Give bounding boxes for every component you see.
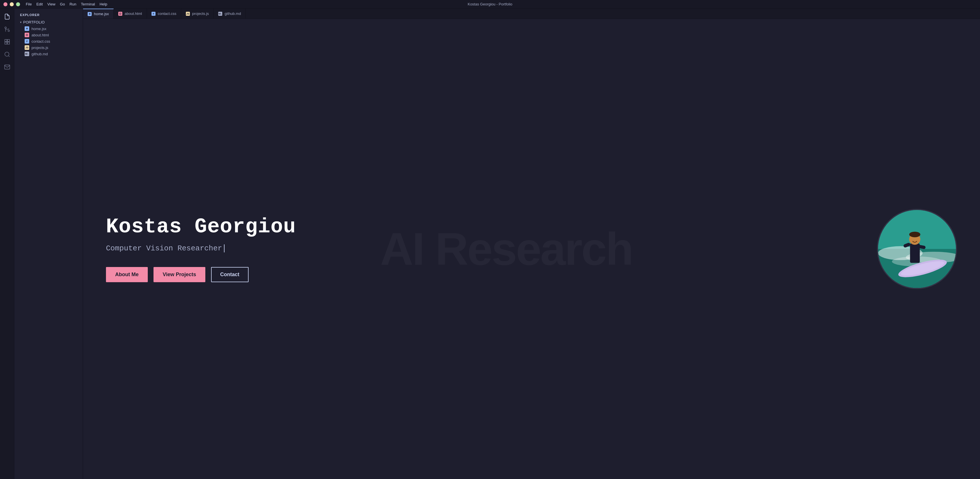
remote-activity-icon[interactable] — [2, 62, 12, 72]
maximize-button[interactable] — [16, 2, 20, 6]
menu-bar: File Edit View Go Run Terminal Help — [26, 2, 107, 6]
hero-title-text: Computer Vision Researcher — [106, 244, 222, 253]
svg-rect-4 — [7, 40, 9, 41]
sidebar-item-about-html[interactable]: ⊡ about.html — [14, 32, 83, 38]
css-file-icon: # — [25, 39, 29, 43]
menu-file[interactable]: File — [26, 2, 32, 6]
svg-point-0 — [8, 30, 10, 32]
js-file-icon: JS — [25, 45, 29, 50]
cursor-blink — [224, 244, 224, 252]
tab-contact-label: contact.css — [158, 11, 177, 16]
sidebar: EXPLORER ▾ PORTFOLIO ⚛ home.jsx ⊡ about.… — [14, 9, 83, 479]
traffic-lights — [3, 2, 20, 6]
folder-portfolio[interactable]: ▾ PORTFOLIO — [14, 19, 83, 25]
tab-about-html[interactable]: ⊡ about.html — [114, 9, 147, 19]
file-name-contact: contact.css — [32, 39, 50, 43]
tab-bar: ⚛ home.jsx ⊡ about.html # contact.css JS… — [83, 9, 980, 19]
minimize-button[interactable] — [10, 2, 14, 6]
hero-name: Kostas Georgiou — [106, 216, 860, 238]
md-file-icon: M↓ — [25, 52, 29, 56]
tab-projects-js[interactable]: JS projects.js — [181, 9, 214, 19]
tab-contact-css[interactable]: # contact.css — [147, 9, 181, 19]
extensions-activity-icon[interactable] — [2, 37, 12, 47]
avatar — [877, 209, 957, 289]
menu-run[interactable]: Run — [70, 2, 76, 6]
menu-help[interactable]: Help — [100, 2, 107, 6]
title-bar: File Edit View Go Run Terminal Help Kost… — [0, 0, 980, 9]
file-name-projects: projects.js — [32, 46, 48, 50]
svg-point-1 — [5, 27, 6, 29]
folder-name: PORTFOLIO — [23, 20, 45, 24]
menu-terminal[interactable]: Terminal — [81, 2, 95, 6]
tab-md-icon: M↓ — [218, 12, 222, 16]
svg-point-18 — [909, 232, 920, 237]
svg-line-8 — [8, 56, 10, 57]
source-control-activity-icon[interactable] — [2, 24, 12, 34]
menu-edit[interactable]: Edit — [37, 2, 43, 6]
sidebar-header: EXPLORER — [14, 11, 83, 19]
sidebar-item-projects-js[interactable]: JS projects.js — [14, 45, 83, 51]
tab-js-icon: JS — [186, 12, 190, 16]
tab-css-icon: # — [151, 12, 156, 16]
svg-rect-16 — [910, 243, 920, 263]
sidebar-item-home-jsx[interactable]: ⚛ home.jsx — [14, 25, 83, 32]
tab-home-label: home.jsx — [94, 12, 109, 16]
contact-button[interactable]: Contact — [211, 267, 248, 282]
hero-buttons: About Me View Projects Contact — [106, 267, 860, 282]
tab-about-label: about.html — [124, 11, 142, 16]
sidebar-item-contact-css[interactable]: # contact.css — [14, 38, 83, 45]
app-layout: EXPLORER ▾ PORTFOLIO ⚛ home.jsx ⊡ about.… — [0, 9, 980, 479]
menu-view[interactable]: View — [47, 2, 55, 6]
tab-github-md[interactable]: M↓ github.md — [214, 9, 246, 19]
view-projects-button[interactable]: View Projects — [153, 267, 205, 282]
tab-jsx-icon: ⚛ — [88, 12, 92, 16]
tab-html-icon: ⊡ — [118, 12, 122, 16]
window-title: Kostas Georgiou - Portfolio — [468, 2, 512, 6]
avatar-svg — [878, 210, 956, 288]
file-name-home: home.jsx — [32, 27, 46, 31]
hero-title: Computer Vision Researcher — [106, 244, 860, 253]
chevron-down-icon: ▾ — [20, 21, 21, 24]
files-activity-icon[interactable] — [2, 11, 12, 22]
file-name-github: github.md — [32, 52, 48, 56]
avatar-container — [877, 209, 957, 289]
hero-content: Kostas Georgiou Computer Vision Research… — [83, 192, 980, 306]
activity-bar — [0, 9, 14, 479]
svg-rect-5 — [7, 42, 9, 44]
svg-rect-6 — [5, 42, 6, 44]
close-button[interactable] — [3, 2, 8, 6]
menu-go[interactable]: Go — [60, 2, 65, 6]
about-me-button[interactable]: About Me — [106, 267, 148, 282]
tab-projects-label: projects.js — [192, 11, 209, 16]
tab-github-label: github.md — [224, 11, 241, 16]
search-activity-icon[interactable] — [2, 49, 12, 60]
sidebar-item-github-md[interactable]: M↓ github.md — [14, 51, 83, 57]
tab-home-jsx[interactable]: ⚛ home.jsx — [83, 9, 114, 19]
html-file-icon: ⊡ — [25, 33, 29, 37]
hero-text-section: Kostas Georgiou Computer Vision Research… — [106, 216, 860, 282]
jsx-file-icon: ⚛ — [25, 26, 29, 31]
svg-point-7 — [5, 52, 9, 56]
file-name-about: about.html — [32, 33, 49, 37]
editor-area: AI Research Kostas Georgiou Computer Vis… — [83, 19, 980, 479]
svg-rect-3 — [5, 40, 6, 41]
